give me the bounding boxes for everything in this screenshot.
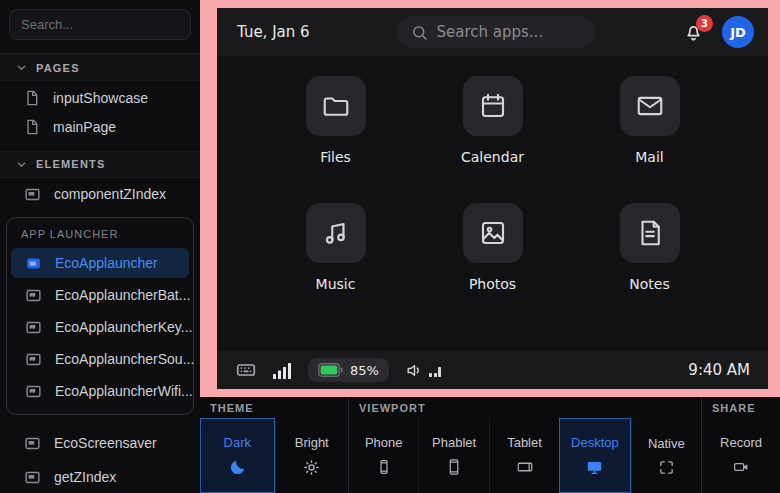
app-label: Calendar <box>461 149 524 165</box>
theme-section: THEME Dark Bright <box>200 397 348 493</box>
sidebar-item-label: EcoApplauncherSou... <box>55 351 194 367</box>
sidebar-item-inputshowcase[interactable]: inputShowcase <box>0 83 200 112</box>
calendar-icon <box>463 76 523 136</box>
fullscreen-icon <box>658 459 675 476</box>
sidebar-item-ecoscreensaver[interactable]: EcoScreensaver <box>0 427 200 459</box>
component-icon <box>24 435 41 452</box>
app-launcher-group: APP LAUNCHER EcoApplauncher EcoApplaunch… <box>6 217 194 415</box>
theme-bright-button[interactable]: Bright <box>275 418 349 493</box>
app-label: Photos <box>469 276 516 292</box>
photos-icon <box>463 203 523 263</box>
app-root: PAGES inputShowcase mainPage ELEMENTS <box>0 0 780 493</box>
button-label: Dark <box>224 435 251 450</box>
sidebar-item-label: EcoApplauncherBat... <box>55 287 190 303</box>
sun-icon <box>302 458 321 477</box>
sidebar-item-label: EcoApplauncherWifi... <box>55 383 193 399</box>
app-tile-mail[interactable]: Mail <box>571 76 728 165</box>
sidebar-item-label: componentZIndex <box>54 186 166 202</box>
component-icon <box>25 383 42 400</box>
battery-indicator: 85% <box>308 358 389 382</box>
app-label: Mail <box>635 149 663 165</box>
keyboard-icon[interactable] <box>235 359 257 381</box>
launcher-topbar: Tue, Jan 6 3 JD <box>217 8 768 56</box>
video-camera-icon <box>731 458 751 476</box>
viewport-phone-button[interactable]: Phone <box>349 418 418 493</box>
sidebar-item-ecoapplauncherbat[interactable]: EcoApplauncherBat... <box>11 280 189 310</box>
sidebar-item-getzindex[interactable]: getZIndex <box>0 461 200 493</box>
viewport-section: VIEWPORT Phone Phablet Tablet <box>348 397 701 493</box>
component-icon <box>24 469 41 486</box>
app-tile-calendar[interactable]: Calendar <box>414 76 571 165</box>
viewport-tablet-button[interactable]: Tablet <box>489 418 559 493</box>
speaker-icon <box>405 361 424 380</box>
sidebar-item-label: inputShowcase <box>53 90 148 106</box>
button-label: Bright <box>295 435 329 450</box>
sidebar-item-ecoapplauncher[interactable]: EcoApplauncher <box>11 248 189 278</box>
sidebar-item-mainpage[interactable]: mainPage <box>0 112 200 141</box>
group-label: APP LAUNCHER <box>9 220 191 246</box>
share-section: SHARE Record <box>701 397 780 493</box>
theme-dark-button[interactable]: Dark <box>200 418 275 493</box>
viewport-native-button[interactable]: Native <box>631 418 701 493</box>
component-icon <box>24 186 41 203</box>
sidebar-item-label: mainPage <box>53 119 116 135</box>
notes-icon <box>620 203 680 263</box>
search-icon <box>411 24 428 41</box>
avatar[interactable]: JD <box>722 16 754 48</box>
sidebar-search-input[interactable] <box>9 9 191 40</box>
date-label: Tue, Jan 6 <box>237 23 397 41</box>
app-tile-music[interactable]: Music <box>257 203 414 292</box>
app-tile-notes[interactable]: Notes <box>571 203 728 292</box>
section-label: PAGES <box>36 62 80 74</box>
sidebar-item-componentzindex[interactable]: componentZIndex <box>0 180 200 209</box>
viewport-section-label: VIEWPORT <box>349 397 701 418</box>
notifications-button[interactable]: 3 <box>683 22 704 43</box>
button-label: Record <box>720 435 762 450</box>
app-label: Files <box>320 149 351 165</box>
sidebar-item-ecoapplauncherwifi[interactable]: EcoApplauncherWifi... <box>11 376 189 406</box>
section-header-pages[interactable]: PAGES <box>0 54 200 81</box>
sidebar: PAGES inputShowcase mainPage ELEMENTS <box>0 0 200 493</box>
app-tile-files[interactable]: Files <box>257 76 414 165</box>
component-icon <box>25 319 42 336</box>
phone-icon <box>375 458 393 476</box>
app-label: Notes <box>629 276 669 292</box>
preview-frame: Tue, Jan 6 3 JD <box>200 0 780 397</box>
apps-search-input[interactable] <box>437 23 577 41</box>
sidebar-item-ecoapplaunchersou[interactable]: EcoApplauncherSou... <box>11 344 189 374</box>
battery-percent: 85% <box>350 363 379 378</box>
folder-icon <box>306 76 366 136</box>
sidebar-item-ecoapplauncherkey[interactable]: EcoApplauncherKey... <box>11 312 189 342</box>
app-tile-photos[interactable]: Photos <box>414 203 571 292</box>
button-label: Tablet <box>507 435 542 450</box>
share-section-label: SHARE <box>702 397 780 418</box>
file-icon <box>24 90 40 106</box>
battery-icon <box>318 363 343 377</box>
music-icon <box>306 203 366 263</box>
viewport-phablet-button[interactable]: Phablet <box>418 418 488 493</box>
desktop-icon <box>585 458 604 477</box>
tablet-icon <box>515 458 535 476</box>
signal-bars-icon <box>273 362 292 379</box>
viewport-desktop-button[interactable]: Desktop <box>559 418 630 493</box>
phablet-icon <box>445 458 463 476</box>
button-label: Desktop <box>571 435 619 450</box>
sidebar-item-label: EcoApplauncherKey... <box>55 319 193 335</box>
share-record-button[interactable]: Record <box>702 418 780 493</box>
app-grid: Files Calendar Mail <box>217 56 768 351</box>
chevron-down-icon <box>16 159 27 170</box>
sidebar-item-label: getZIndex <box>54 469 116 485</box>
button-label: Native <box>648 436 685 451</box>
section-header-elements[interactable]: ELEMENTS <box>0 151 200 178</box>
section-label: ELEMENTS <box>36 158 106 170</box>
component-icon <box>25 287 42 304</box>
preview-toolbar: THEME Dark Bright VIEWPORT <box>200 397 780 493</box>
button-label: Phablet <box>432 435 476 450</box>
sidebar-item-label: EcoScreensaver <box>54 435 157 451</box>
apps-search[interactable] <box>397 16 595 48</box>
mail-icon <box>620 76 680 136</box>
chevron-down-icon <box>16 62 27 73</box>
mini-signal-icon <box>429 364 441 377</box>
notification-badge: 3 <box>696 15 713 32</box>
volume-indicator[interactable] <box>405 361 441 380</box>
